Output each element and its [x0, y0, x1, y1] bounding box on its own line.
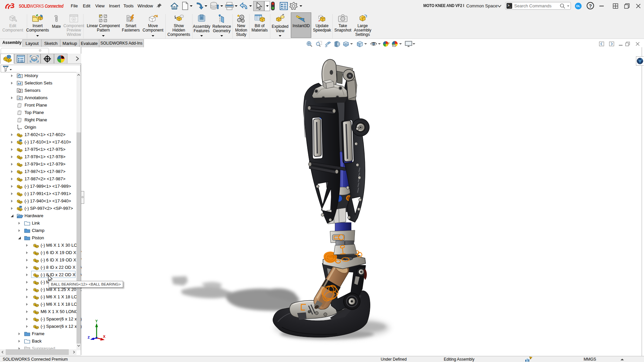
- svg-text:X: X: [103, 335, 106, 339]
- svg-text:Z: Z: [88, 336, 90, 340]
- svg-text:A: A: [19, 97, 21, 100]
- svg-text:Y: Y: [95, 319, 98, 323]
